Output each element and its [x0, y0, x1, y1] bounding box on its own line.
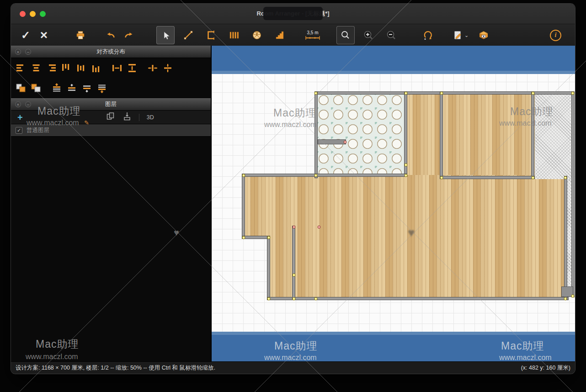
- status-coordinates: (x: 482 y: 160 厘米): [521, 364, 570, 372]
- vertex-handle[interactable]: [564, 297, 567, 301]
- vertex-handle[interactable]: [405, 174, 408, 177]
- vertex-handle-selected[interactable]: [344, 141, 347, 144]
- vertex-handle[interactable]: [405, 164, 408, 167]
- panel-shade-button[interactable]: –: [25, 49, 31, 55]
- room-hall-wood-floor[interactable]: [405, 93, 443, 179]
- redo-button[interactable]: [120, 26, 138, 44]
- panel-shade-button[interactable]: –: [25, 101, 31, 107]
- duplicate-layer-button[interactable]: [106, 112, 115, 122]
- room-bedroom-wood-floor[interactable]: [441, 93, 535, 179]
- room-living-notch-wood-floor[interactable]: [243, 175, 271, 239]
- align-bottom-button[interactable]: [89, 62, 104, 74]
- wall[interactable]: [571, 91, 575, 297]
- vertex-handle-selected[interactable]: [318, 226, 321, 229]
- duplicate-layer-icon: [106, 112, 115, 121]
- room-living-wood-floor[interactable]: [268, 175, 567, 300]
- wall[interactable]: [531, 91, 534, 179]
- vertex-handle[interactable]: [532, 176, 535, 180]
- vertex-handle[interactable]: [267, 236, 271, 239]
- column-tool-button[interactable]: [225, 26, 243, 44]
- vertex-handle[interactable]: [314, 174, 318, 177]
- undo-button[interactable]: [101, 26, 120, 44]
- move-up-stack-button[interactable]: [49, 82, 64, 94]
- layers-3d-toggle[interactable]: 3D: [147, 114, 154, 121]
- vertex-handle[interactable]: [564, 176, 567, 180]
- vertex-handle[interactable]: [405, 92, 408, 95]
- line-tool-button[interactable]: [179, 26, 197, 44]
- wall[interactable]: [440, 91, 443, 179]
- vertex-handle[interactable]: [440, 176, 443, 180]
- space-equal-horizontal-button[interactable]: [145, 62, 160, 74]
- layer-visibility-checkbox[interactable]: ✓: [16, 127, 22, 134]
- wall[interactable]: [440, 176, 535, 179]
- zoom-in-button[interactable]: [359, 26, 378, 44]
- vertex-handle[interactable]: [267, 297, 271, 301]
- stairs-tool-button[interactable]: [271, 26, 289, 44]
- titlebar: Room Arranger - [无标题*]: [11, 4, 575, 24]
- cancel-button[interactable]: ×: [35, 26, 53, 44]
- move-up-one-button[interactable]: [64, 82, 79, 94]
- vertex-handle[interactable]: [242, 174, 245, 177]
- fence-icon: [229, 30, 239, 40]
- add-layer-button[interactable]: +: [17, 113, 23, 122]
- drawing-canvas[interactable]: [212, 46, 575, 362]
- vertex-handle[interactable]: [532, 92, 535, 95]
- space-equal-vertical-button[interactable]: [160, 62, 175, 74]
- align-middle-button[interactable]: [74, 62, 89, 74]
- plus-icon: +: [17, 112, 23, 122]
- vertex-handle[interactable]: [571, 92, 575, 95]
- vertex-handle[interactable]: [242, 236, 245, 239]
- wall[interactable]: [242, 236, 270, 239]
- wall[interactable]: [564, 176, 567, 300]
- title-watermark-box: [263, 7, 323, 20]
- bring-to-front-button[interactable]: [13, 82, 28, 94]
- wall-tool-button[interactable]: [202, 26, 220, 44]
- wall[interactable]: [267, 297, 569, 300]
- align-center-icon: [31, 64, 41, 73]
- panel-close-button[interactable]: ×: [15, 49, 21, 55]
- vertex-handle[interactable]: [293, 274, 296, 277]
- info-button[interactable]: i: [550, 30, 561, 41]
- select-tool-button[interactable]: [156, 26, 175, 44]
- view-3d-button[interactable]: [474, 26, 493, 44]
- print-button[interactable]: [71, 26, 90, 44]
- wall[interactable]: [267, 236, 270, 300]
- wall-interior[interactable]: [292, 226, 295, 299]
- vertex-handle[interactable]: [314, 297, 318, 301]
- align-top-button[interactable]: [59, 62, 74, 74]
- wall[interactable]: [242, 174, 245, 239]
- merge-layer-button[interactable]: [123, 112, 132, 122]
- zoom-fit-button[interactable]: [336, 26, 355, 44]
- vertex-handle[interactable]: [293, 297, 296, 301]
- align-right-button[interactable]: [43, 62, 59, 74]
- vertex-handle[interactable]: [440, 92, 443, 95]
- distribute-vertical-button[interactable]: [124, 62, 139, 74]
- layer-list-item[interactable]: ✓ 普通图层: [11, 124, 211, 137]
- vertex-handle[interactable]: [571, 295, 575, 298]
- vertex-handle[interactable]: [314, 92, 318, 95]
- vertex-handle-selected[interactable]: [293, 226, 296, 229]
- panel-close-button[interactable]: ×: [15, 101, 21, 107]
- room-kitchen-tile-floor[interactable]: [316, 93, 407, 177]
- wall[interactable]: [242, 174, 407, 177]
- rotate-tool-button[interactable]: [419, 26, 437, 44]
- align-left-button[interactable]: [13, 62, 28, 74]
- send-to-back-button[interactable]: [28, 82, 43, 94]
- move-up-one-icon: [67, 83, 77, 93]
- wall[interactable]: [314, 91, 575, 95]
- distribute-horizontal-button[interactable]: [109, 62, 124, 74]
- confirm-button[interactable]: ✓: [16, 26, 35, 44]
- wall-icon: [206, 30, 216, 40]
- measure-label: 3,5 m: [307, 30, 318, 35]
- wall[interactable]: [314, 91, 318, 178]
- align-center-button[interactable]: [28, 62, 43, 74]
- measure-tool-button[interactable]: 3,5 m: [301, 26, 325, 45]
- room-balcony-top[interactable]: [535, 93, 573, 179]
- move-down-one-button[interactable]: [79, 82, 94, 94]
- move-down-stack-button[interactable]: [94, 82, 109, 94]
- round-stairs-tool-button[interactable]: [248, 26, 266, 44]
- door-leaf[interactable]: [318, 139, 346, 144]
- chevron-down-icon: ⌄: [464, 32, 469, 38]
- edit-dropdown-button[interactable]: ⌄: [464, 32, 470, 38]
- zoom-out-button[interactable]: [382, 26, 400, 44]
